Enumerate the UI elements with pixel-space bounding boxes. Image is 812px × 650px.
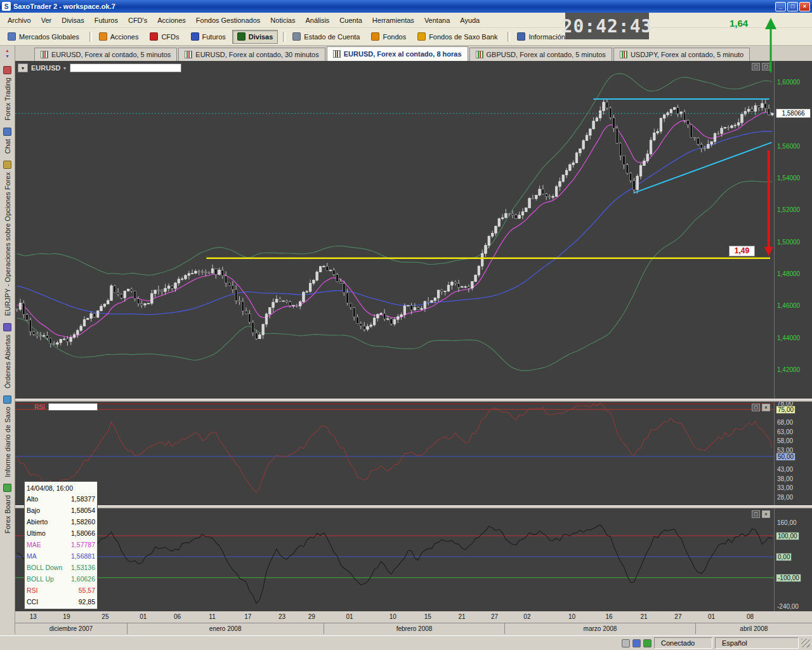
- chart-tab[interactable]: GBPUSD, Forex al contado, 5 minutos: [469, 48, 612, 61]
- tooltip-row: BOLL Up 1,60626: [27, 573, 95, 585]
- tooltip-row: Abierto 1,58260: [27, 516, 95, 527]
- sidebar-item[interactable]: Forex Board: [3, 484, 11, 534]
- forex-trading-icon: [3, 66, 11, 74]
- menu-item[interactable]: Herramientas: [367, 15, 419, 26]
- futures-icon: [191, 32, 199, 41]
- menu-item[interactable]: Noticias: [265, 15, 300, 26]
- menu-item[interactable]: Cuenta: [334, 15, 367, 26]
- price-target-down-label: 1,49: [729, 246, 755, 256]
- rsi-canvas[interactable]: [15, 402, 774, 505]
- title-bar[interactable]: S SaxoTrader 2 - workspace.ok.7 _ □ ×: [0, 0, 812, 13]
- rsi-restore-button[interactable]: □: [752, 404, 760, 411]
- chevron-down-icon: ▼: [62, 66, 67, 70]
- cci-panel[interactable]: □ ×: [15, 508, 774, 611]
- sidebar-item[interactable]: Órdenes Abiertas: [3, 323, 11, 388]
- candles: [16, 99, 773, 348]
- toolbar-button[interactable]: Fondos de Saxo Bank: [412, 30, 502, 44]
- panel-divider[interactable]: [15, 399, 812, 402]
- rsi-close-button[interactable]: ×: [762, 404, 770, 411]
- menu-item[interactable]: Acciones: [152, 15, 191, 26]
- toolbar-button[interactable]: Mercados Globales: [3, 30, 84, 44]
- rsi-pane-controls: □ ×: [752, 404, 770, 411]
- rsi-line: [17, 403, 773, 493]
- time-axis-dates[interactable]: 1319250106111723290110152127021016212701…: [15, 611, 812, 623]
- rsi-axis-label: 43,00: [777, 466, 793, 473]
- menu-item[interactable]: Ver: [36, 15, 57, 26]
- tooltip-row: RSI 55,57: [27, 585, 95, 596]
- price-axis-label: 1,50000: [777, 239, 800, 246]
- menu-item[interactable]: Análisis: [300, 15, 334, 26]
- rsi-input[interactable]: [48, 403, 98, 411]
- window-title: SaxoTrader 2 - workspace.ok.7: [13, 3, 775, 10]
- rsi-axis-label: 38,00: [777, 475, 793, 482]
- globe-icon: [8, 32, 16, 41]
- toolbar-button[interactable]: Divisas: [232, 30, 278, 44]
- maximize-button[interactable]: □: [787, 2, 798, 11]
- price-axis-label: 1,48000: [777, 270, 800, 277]
- window-controls: _ □ ×: [775, 2, 810, 11]
- sidebar-item[interactable]: Chat: [3, 128, 11, 154]
- menu-item[interactable]: Archivo: [3, 15, 36, 26]
- rsi-panel[interactable]: RSI □ ×: [15, 402, 774, 505]
- date-tick-label: 01: [705, 613, 719, 620]
- date-tick-label: 23: [275, 613, 289, 620]
- symbol-dropdown-button[interactable]: ▼: [18, 63, 28, 72]
- menu-item[interactable]: Ventana: [419, 15, 455, 26]
- price-axis-label: 1,56000: [777, 143, 800, 150]
- cci-canvas[interactable]: [15, 508, 774, 611]
- date-tick-label: 02: [520, 613, 534, 620]
- menu-item[interactable]: Fondos Gestionados: [191, 15, 266, 26]
- toolbar-button[interactable]: Fondos: [366, 30, 411, 44]
- toolbar-button[interactable]: Estado de Cuenta: [287, 30, 365, 44]
- price-chart-canvas[interactable]: [15, 61, 774, 399]
- triangle-bottom-line[interactable]: [634, 142, 771, 192]
- current-price-marker: 1,58066: [776, 109, 811, 118]
- menu-item[interactable]: Divisas: [56, 15, 89, 26]
- sidebar-scroll-up-icon[interactable]: ▲: [5, 48, 10, 53]
- price-chart-panel[interactable]: ▼ EURUSD ▼ □ □: [15, 61, 774, 399]
- cci-line: [17, 525, 773, 604]
- tooltip-row: CCI 92,85: [27, 596, 95, 607]
- symbol-search-input[interactable]: [70, 63, 181, 72]
- rsi-axis-label: 58,00: [777, 437, 793, 444]
- sidebar-item[interactable]: Informe diario de Saxo: [3, 395, 11, 477]
- chart-tab[interactable]: USDJPY, Forex al contado, 5 minuto: [613, 48, 750, 61]
- date-tick-label: 15: [421, 613, 435, 620]
- up-arrow-icon: [759, 17, 782, 75]
- menu-bar: ArchivoVerDivisasFuturosCFD'sAccionesFon…: [0, 13, 812, 28]
- sma-line: [17, 131, 773, 315]
- app-icon: S: [2, 2, 11, 11]
- sidebar-item[interactable]: EURJPY - Operaciones sobre Opciones Fore…: [3, 161, 11, 316]
- rsi-axis-label: 33,00: [777, 484, 793, 491]
- cci-restore-button[interactable]: □: [752, 510, 760, 518]
- tab-bar: EURUSD, Forex al contado, 5 minutos EURU…: [15, 46, 812, 61]
- chart-tab[interactable]: EURUSD, Forex al contado, 5 minutos: [34, 48, 177, 61]
- tooltip-row: BOLL Down 1,53136: [27, 562, 95, 573]
- sidebar-item[interactable]: Forex Trading: [3, 66, 11, 121]
- close-button[interactable]: ×: [799, 2, 810, 11]
- menu-item[interactable]: Ayuda: [455, 15, 485, 26]
- date-tick-label: 27: [671, 613, 685, 620]
- toolbar-button[interactable]: Futuros: [186, 30, 231, 44]
- symbol-label[interactable]: EURUSD ▼: [31, 64, 67, 72]
- date-tick-label: 21: [637, 613, 651, 620]
- minimize-button[interactable]: _: [775, 2, 786, 11]
- resize-grip[interactable]: [801, 639, 810, 647]
- stocks-icon: [99, 32, 107, 41]
- date-tick-label: 08: [743, 613, 757, 620]
- sidebar-scroll-down-icon[interactable]: ▼: [5, 53, 10, 59]
- menu-item[interactable]: Futuros: [89, 15, 123, 26]
- chart-tab[interactable]: EURUSD, Forex al contado, 30 minutos: [178, 48, 325, 61]
- date-tick-label: 21: [455, 613, 469, 620]
- language-indicator[interactable]: Español: [715, 637, 799, 649]
- cci-axis: 160,00100,000,00-100,00-240,00: [774, 508, 812, 611]
- toolbar-button[interactable]: Acciones: [94, 30, 144, 44]
- toolbar-button[interactable]: CFDs: [145, 30, 184, 44]
- forex-board-icon: [3, 484, 11, 492]
- menu-item[interactable]: CFD's: [123, 15, 152, 26]
- cci-close-button[interactable]: ×: [762, 510, 770, 518]
- panel-divider[interactable]: [15, 505, 812, 508]
- chart-tab[interactable]: EURUSD, Forex al contado, 8 horas: [327, 46, 468, 61]
- tooltip-timestamp: 14/04/08, 16:00: [27, 482, 95, 493]
- main-toolbar: Mercados Globales Acciones CFDs Futuros …: [0, 28, 812, 46]
